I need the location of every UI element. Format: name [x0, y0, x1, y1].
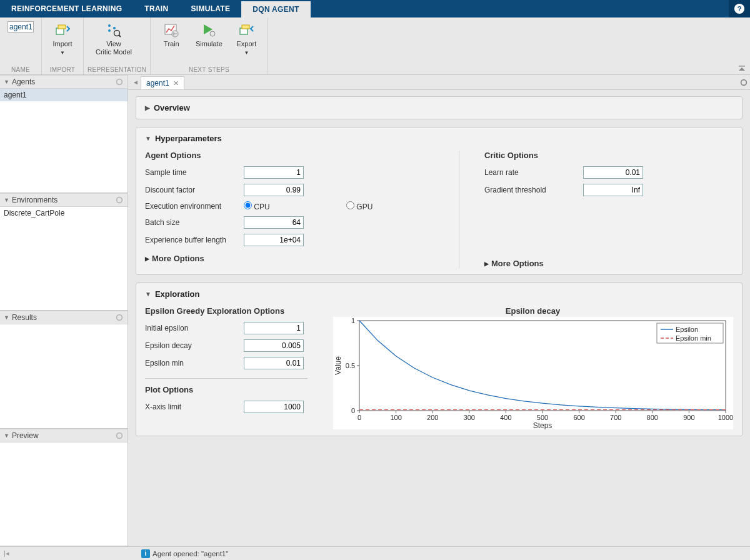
agent-name-field[interactable] — [8, 21, 34, 32]
svg-text:400: 400 — [500, 414, 511, 421]
panel-agents: ▼Agents agent1 — [0, 75, 128, 193]
overview-header[interactable]: ▶Overview — [145, 103, 733, 112]
agent-options-heading: Agent Options — [145, 151, 440, 160]
panel-environments: ▼Environments Discrete_CartPole — [0, 193, 128, 311]
panel-results: ▼Results — [0, 311, 128, 429]
panel-options-icon[interactable] — [115, 431, 124, 440]
close-tab-icon[interactable]: ✕ — [173, 79, 179, 88]
svg-text:Epsilon min: Epsilon min — [676, 334, 711, 342]
collapse-caret-icon: ▼ — [4, 197, 9, 203]
tab-train[interactable]: TRAIN — [133, 0, 179, 18]
critic-options-heading: Critic Options — [484, 151, 659, 160]
import-label: Import — [52, 40, 72, 48]
environment-list-item[interactable]: Discrete_CartPole — [0, 207, 128, 219]
svg-rect-16 — [739, 66, 745, 67]
svg-marker-15 — [739, 68, 745, 71]
panel-header-agents[interactable]: ▼Agents — [0, 75, 128, 89]
info-icon: i — [141, 549, 150, 558]
svg-text:0.5: 0.5 — [345, 362, 354, 369]
panel-options-icon[interactable] — [115, 313, 124, 322]
panel-options-icon[interactable] — [115, 196, 124, 204]
play-gear-icon — [201, 22, 216, 38]
simulate-button[interactable]: Simulate — [192, 21, 226, 49]
initial-epsilon-label: Initial epsilon — [145, 324, 239, 332]
discount-factor-input[interactable] — [244, 184, 304, 196]
agent-more-options[interactable]: ▶More Options — [145, 254, 440, 263]
ribbon: NAME Import▼ IMPORT ViewCritic Model REP… — [0, 18, 750, 75]
sample-time-input[interactable] — [244, 166, 304, 179]
panel-preview: ▼Preview — [0, 429, 128, 547]
view-critic-model-button[interactable]: ViewCritic Model — [88, 21, 140, 58]
epsilon-min-input[interactable] — [244, 357, 304, 369]
sidebar-collapse-handle[interactable]: |◂ — [4, 549, 16, 558]
doc-tabs-options-icon[interactable] — [738, 75, 750, 89]
svg-text:800: 800 — [646, 414, 658, 421]
epsilon-decay-label: Epsilon decay — [145, 341, 239, 350]
help-button[interactable]: ? — [729, 0, 750, 18]
dropdown-caret-icon: ▼ — [244, 50, 249, 56]
sidebar: ▼Agents agent1 ▼Environments Discrete_Ca… — [0, 75, 128, 546]
svg-text:600: 600 — [573, 414, 584, 421]
critic-more-options[interactable]: ▶More Options — [484, 259, 659, 268]
exec-env-label: Execution environment — [145, 202, 239, 211]
status-bar: |◂ i Agent opened: "agent1" — [0, 546, 750, 560]
svg-text:Value: Value — [334, 356, 342, 375]
panel-title: Results — [12, 313, 112, 322]
ribbon-group-representation: ViewCritic Model REPRESENTATION — [84, 18, 151, 74]
exploration-header[interactable]: ▼Exploration — [145, 289, 733, 299]
ribbon-collapse-toggle[interactable] — [736, 64, 748, 73]
svg-rect-3 — [58, 25, 66, 29]
export-label: Export — [237, 40, 257, 48]
svg-point-21 — [741, 79, 747, 85]
svg-text:Epsilon: Epsilon — [676, 326, 698, 333]
overview-title: Overview — [154, 103, 190, 112]
epsilon-min-label: Epsilon min — [145, 359, 239, 368]
initial-epsilon-input[interactable] — [244, 322, 304, 334]
hyperparameters-header[interactable]: ▼Hyperparameters — [145, 134, 733, 143]
critic-options-column: Critic Options Learn rate Gradient thres… — [484, 151, 659, 268]
export-icon — [239, 22, 254, 38]
svg-point-6 — [113, 27, 116, 29]
panel-header-preview[interactable]: ▼Preview — [0, 429, 128, 442]
exploration-card: ▼Exploration Epsilon Greedy Exploration … — [136, 282, 742, 436]
import-icon — [55, 22, 70, 38]
agent-editor-scroll[interactable]: ▶Overview ▼Hyperparameters Agent Options… — [128, 90, 750, 546]
exec-env-gpu-radio[interactable]: GPU — [346, 201, 440, 211]
panel-title: Agents — [12, 78, 112, 86]
buffer-length-label: Experience buffer length — [145, 236, 239, 244]
tab-rl[interactable]: REINFORCEMENT LEARNING — [0, 0, 133, 18]
xaxis-limit-label: X-axis limit — [145, 402, 239, 411]
train-button[interactable]: Train — [154, 21, 188, 49]
tab-simulate[interactable]: SIMULATE — [179, 0, 241, 18]
ribbon-group-import: Import▼ IMPORT — [42, 18, 84, 74]
epsilon-decay-input[interactable] — [244, 339, 304, 352]
svg-point-4 — [108, 24, 111, 27]
agent-list-item[interactable]: agent1 — [0, 89, 128, 101]
batch-size-label: Batch size — [145, 218, 239, 227]
svg-text:?: ? — [737, 4, 741, 12]
train-label: Train — [164, 40, 179, 48]
tab-dqn-agent[interactable]: DQN AGENT — [241, 0, 310, 18]
exec-env-cpu-radio[interactable]: CPU — [244, 201, 338, 211]
learn-rate-input[interactable] — [583, 166, 643, 179]
svg-text:300: 300 — [463, 414, 474, 421]
batch-size-input[interactable] — [244, 216, 304, 229]
svg-text:Steps: Steps — [532, 421, 552, 429]
panel-options-icon[interactable] — [115, 78, 124, 86]
panel-header-environments[interactable]: ▼Environments — [0, 193, 128, 207]
export-button[interactable]: Export▼ — [229, 21, 263, 58]
main-area: ▼Agents agent1 ▼Environments Discrete_Ca… — [0, 75, 750, 546]
panel-header-results[interactable]: ▼Results — [0, 311, 128, 324]
sample-time-label: Sample time — [145, 168, 239, 177]
tab-scroll-left[interactable]: ◄ — [131, 75, 141, 89]
simulate-label: Simulate — [196, 40, 222, 48]
svg-text:1: 1 — [351, 317, 354, 324]
xaxis-limit-input[interactable] — [244, 401, 304, 413]
import-button[interactable]: Import▼ — [46, 21, 79, 58]
buffer-length-input[interactable] — [244, 234, 304, 246]
app-tabbar: REINFORCEMENT LEARNING TRAIN SIMULATE DQ… — [0, 0, 750, 18]
ribbon-group-label: IMPORT — [46, 65, 79, 74]
svg-point-20 — [117, 432, 122, 438]
doc-tab-agent1[interactable]: agent1✕ — [141, 76, 184, 89]
gradient-threshold-input[interactable] — [583, 184, 643, 196]
